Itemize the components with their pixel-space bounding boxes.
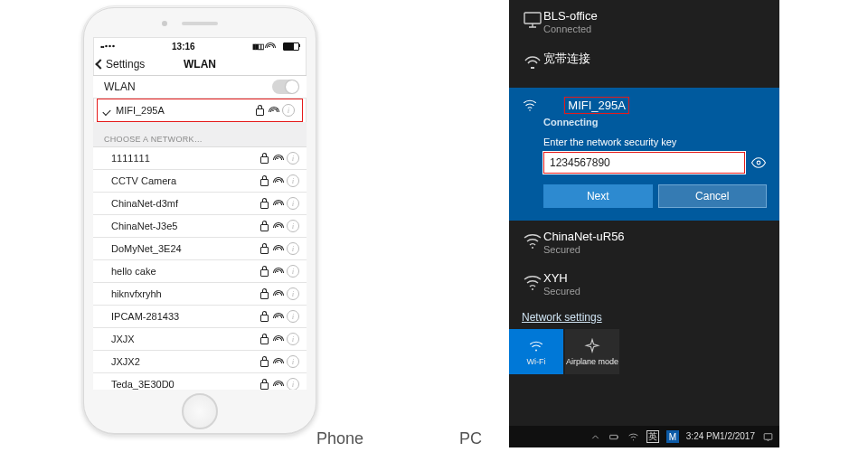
info-icon[interactable]: i bbox=[287, 174, 299, 187]
airplane-tile-label: Airplane mode bbox=[566, 357, 618, 366]
info-icon[interactable]: i bbox=[282, 104, 295, 117]
wifi-strength-icon bbox=[273, 200, 282, 207]
wifi-strength-icon bbox=[273, 335, 282, 343]
lock-icon bbox=[260, 292, 269, 299]
network-row[interactable]: ChinaNet-J3e5i bbox=[93, 215, 307, 238]
info-icon[interactable]: i bbox=[287, 265, 299, 278]
svg-point-7 bbox=[633, 439, 634, 440]
wifi-icon bbox=[522, 271, 543, 296]
svg-point-3 bbox=[532, 247, 533, 249]
network-row[interactable]: ChinaNet-uR56 Secured bbox=[509, 221, 779, 262]
cancel-button[interactable]: Cancel bbox=[658, 184, 768, 208]
network-row[interactable]: hello cakei bbox=[93, 260, 307, 283]
network-ssid: Teda_3E30D0 bbox=[111, 379, 260, 390]
ios-nav-bar: Settings WLAN bbox=[93, 53, 307, 76]
taskbar: 英 M 3:24 PM 1/2/2017 bbox=[509, 426, 779, 447]
checkmark-icon bbox=[103, 105, 110, 116]
network-row[interactable]: hiknvfxryhhi bbox=[93, 283, 307, 306]
network-ssid: DoMyNet_3E24 bbox=[111, 243, 260, 254]
network-settings-link[interactable]: Network settings bbox=[509, 304, 779, 329]
tray-battery-icon[interactable] bbox=[609, 431, 620, 443]
ime-mode[interactable]: M bbox=[666, 430, 679, 443]
info-icon[interactable]: i bbox=[287, 333, 299, 345]
clock-date: 1/2/2017 bbox=[720, 432, 755, 441]
lock-icon bbox=[260, 224, 269, 231]
info-icon[interactable]: i bbox=[287, 310, 299, 323]
wifi-strength-icon bbox=[273, 245, 282, 252]
ios-status-bar: ••∘∘∘ 13:16 ▮▮▯▯ bbox=[93, 37, 307, 53]
dialup-row[interactable]: 宽带连接 bbox=[509, 42, 779, 82]
nav-title: WLAN bbox=[93, 58, 307, 71]
lock-icon bbox=[260, 156, 269, 164]
network-row[interactable]: CCTV Camerai bbox=[93, 170, 307, 193]
info-icon[interactable]: i bbox=[287, 355, 299, 368]
quick-action-tiles: Wi-Fi Airplane mode bbox=[509, 329, 779, 374]
info-icon[interactable]: i bbox=[287, 378, 299, 390]
reveal-password-icon[interactable] bbox=[750, 155, 767, 171]
svg-point-5 bbox=[535, 349, 537, 351]
wifi-strength-icon bbox=[273, 381, 282, 388]
wifi-strength-icon bbox=[273, 268, 282, 275]
choose-network-header: CHOOSE A NETWORK… bbox=[93, 122, 307, 147]
airplane-tile[interactable]: Airplane mode bbox=[565, 329, 619, 374]
wlan-label: WLAN bbox=[104, 80, 272, 93]
network-row[interactable]: 1111111i bbox=[93, 147, 307, 170]
svg-point-1 bbox=[529, 109, 531, 111]
home-button[interactable] bbox=[182, 393, 218, 429]
battery-icon bbox=[283, 42, 299, 51]
wifi-tile[interactable]: Wi-Fi bbox=[509, 329, 563, 374]
lock-icon bbox=[260, 315, 269, 322]
ime-lang[interactable]: 英 bbox=[646, 430, 659, 443]
network-row[interactable]: JXJXi bbox=[93, 328, 307, 351]
wlan-toggle-row[interactable]: WLAN bbox=[93, 76, 307, 99]
security-key-prompt: Enter the network security key bbox=[543, 137, 767, 147]
wifi-status-icon bbox=[265, 42, 278, 52]
wlan-switch[interactable] bbox=[272, 80, 299, 94]
network-ssid: CCTV Camera bbox=[111, 175, 260, 186]
network-row[interactable]: XYH Secured bbox=[509, 262, 779, 304]
taskbar-clock[interactable]: 3:24 PM 1/2/2017 bbox=[686, 432, 755, 441]
lock-icon bbox=[260, 382, 269, 390]
network-row[interactable]: ChinaNet-d3mfi bbox=[93, 193, 307, 215]
next-button[interactable]: Next bbox=[543, 184, 653, 208]
svg-rect-6 bbox=[609, 435, 617, 438]
lock-icon bbox=[260, 269, 269, 277]
cell-bars-icon: ▮▮▯▯ bbox=[252, 42, 263, 51]
signal-icon: ••∘∘∘ bbox=[100, 42, 115, 51]
info-icon[interactable]: i bbox=[287, 152, 299, 165]
dialup-name: 宽带连接 bbox=[543, 51, 767, 67]
wifi-strength-icon bbox=[273, 177, 282, 184]
info-icon[interactable]: i bbox=[287, 197, 299, 210]
wifi-icon bbox=[522, 97, 540, 116]
connected-ssid: MIFI_295A bbox=[116, 105, 256, 116]
network-ssid: IPCAM-281433 bbox=[111, 311, 260, 322]
ethernet-row[interactable]: BLS-office Connected bbox=[509, 0, 779, 42]
network-row[interactable]: JXJX2i bbox=[93, 351, 307, 373]
network-row[interactable]: Teda_3E30D0i bbox=[93, 373, 307, 390]
network-name: ChinaNet-uR56 bbox=[543, 230, 767, 243]
svg-rect-8 bbox=[764, 433, 772, 439]
info-icon[interactable]: i bbox=[287, 220, 299, 232]
svg-point-2 bbox=[757, 161, 760, 165]
tray-wifi-icon[interactable] bbox=[627, 431, 639, 443]
network-ssid: JXJX2 bbox=[111, 356, 260, 367]
security-key-input[interactable]: 1234567890 bbox=[543, 152, 745, 174]
lock-icon bbox=[260, 202, 269, 209]
lock-icon bbox=[256, 108, 264, 116]
tray-up-icon[interactable] bbox=[590, 431, 601, 443]
network-ssid: 1111111 bbox=[111, 153, 260, 164]
wifi-strength-icon bbox=[273, 222, 282, 230]
info-icon[interactable]: i bbox=[287, 287, 299, 300]
wifi-strength-icon bbox=[269, 107, 278, 114]
network-row[interactable]: DoMyNet_3E24i bbox=[93, 238, 307, 260]
phone-caption: Phone bbox=[316, 429, 363, 448]
connected-network-row[interactable]: MIFI_295A i bbox=[97, 99, 303, 122]
network-row[interactable]: IPCAM-281433i bbox=[93, 306, 307, 328]
notification-icon[interactable] bbox=[762, 431, 774, 443]
lock-icon bbox=[260, 179, 269, 186]
info-icon[interactable]: i bbox=[287, 242, 299, 255]
clock-time: 3:24 PM bbox=[686, 432, 720, 441]
lock-icon bbox=[260, 360, 269, 367]
wifi-strength-icon bbox=[273, 155, 282, 162]
network-name: XYH bbox=[543, 271, 767, 285]
